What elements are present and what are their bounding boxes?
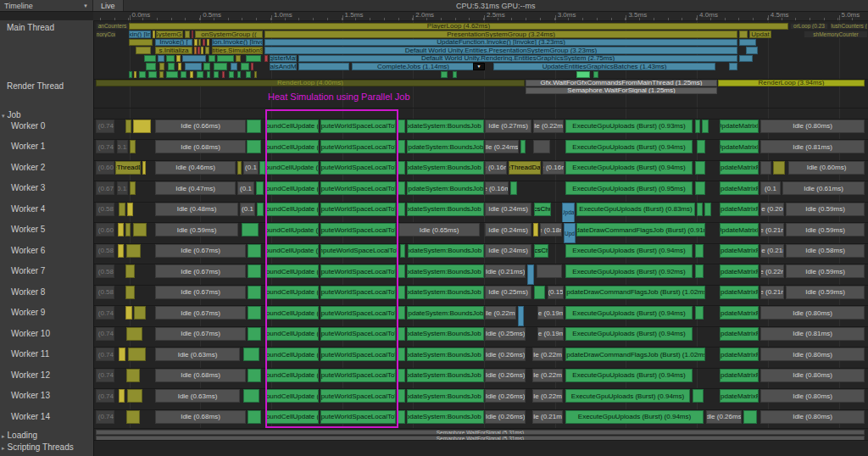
sample-sliver[interactable] xyxy=(248,286,261,299)
sample-bar-[interactable]: ▼ xyxy=(473,63,485,70)
sample-bar-dle-0-20m[interactable]: dle (0.20m xyxy=(760,203,784,216)
sample-sliver[interactable] xyxy=(134,71,136,78)
sample-sliver[interactable] xyxy=(510,181,517,195)
sample-sliver[interactable] xyxy=(139,71,146,78)
foldout-icon[interactable]: ▸ xyxy=(2,433,5,439)
thread-label-worker-13[interactable]: Worker 13 xyxy=(11,391,50,400)
sample-bar-updatesystem-boundsjob-b[interactable]: UpdateSystem:BoundsJob (B xyxy=(407,120,484,133)
sample-bar-dle-0-19ms[interactable]: dle (0.19ms xyxy=(537,306,564,320)
sample-bar-idle-0-48ms[interactable]: Idle (0.48ms) xyxy=(155,203,238,216)
sample-bar-updatematrixpr[interactable]: UpdateMatrixPr xyxy=(720,327,759,341)
sample-sliver[interactable] xyxy=(243,389,259,403)
sample-sliver[interactable] xyxy=(130,181,136,195)
sample-bar-idle-0-58ms[interactable]: Idle (0.58ms) xyxy=(786,244,865,258)
sample-bar-dle-0-21ms[interactable]: dle (0.21ms xyxy=(532,410,563,424)
sample-sliver[interactable] xyxy=(229,71,234,78)
sample-bar-idle-0-68ms[interactable]: Idle (0.68ms) xyxy=(155,410,246,424)
sample-bar-icsch[interactable]: icsCh xyxy=(534,244,548,258)
sample-sliver[interactable] xyxy=(248,306,261,320)
sample-bar-dle-0-22ms[interactable]: dle (0.22ms xyxy=(760,264,784,278)
sample-sliver[interactable] xyxy=(773,161,785,175)
sample-sliver[interactable] xyxy=(237,161,242,175)
sample-sliver[interactable] xyxy=(739,31,748,38)
sample-sliver[interactable] xyxy=(126,369,140,382)
sample-bar-updatesystem-boundsjob[interactable]: UpdateSystem:BoundsJob ( xyxy=(407,181,484,195)
sample-bar-kin-in[interactable]: kin() [In xyxy=(129,31,151,38)
sample-sliver[interactable] xyxy=(693,389,704,403)
sample-sliver[interactable] xyxy=(259,161,265,175)
sample-bar-onsystemgroup[interactable]: onSystemGroup (( xyxy=(195,31,263,38)
sample-bar-executegpuuploads-burst-0-95ms[interactable]: ExecuteGpuUploads (Burst) (0.95ms) xyxy=(565,181,693,195)
time-ruler[interactable]: 0.0ms0.5ms1.0ms1.5ms2.0ms2.5ms3.0ms3.5ms… xyxy=(93,11,868,21)
sample-sliver[interactable] xyxy=(125,306,132,320)
sample-sliver[interactable] xyxy=(695,244,704,258)
sample-sliver[interactable] xyxy=(398,181,405,195)
sample-sliver[interactable] xyxy=(398,286,405,299)
sample-bar-oundcellupdate[interactable]: oundCellUpdate ( xyxy=(266,264,319,278)
sample-bar-updatesystem-boundsjob-b[interactable]: UpdateSystem:BoundsJob (B xyxy=(407,410,484,424)
sample-bar-idle-0-58ms[interactable]: Idle (0.58ms) xyxy=(96,286,114,299)
sample-sliver[interactable] xyxy=(130,140,136,153)
sample-bar-updatedrawcommandflagsjob-burst-1-02ms[interactable]: UpdateDrawCommandFlagsJob (Burst) (1.02m… xyxy=(565,348,705,361)
sample-sliver[interactable] xyxy=(203,39,205,47)
sample-bar-updatematrixpr[interactable]: UpdateMatrixPr xyxy=(720,161,759,175)
sample-bar-updatesystem-boundsjob-b[interactable]: UpdateSystem:BoundsJob (B xyxy=(407,264,484,278)
sample-sliver[interactable] xyxy=(533,223,538,236)
sample-sliver[interactable] xyxy=(119,203,125,216)
sample-bar-omputeworldspacelocaltowo[interactable]: omputeWorldSpaceLocalToWo xyxy=(320,203,396,216)
sample-sliver[interactable] xyxy=(136,47,151,54)
sample-sliver[interactable] xyxy=(743,410,757,424)
sample-sliver[interactable] xyxy=(207,39,209,47)
sample-bar-icschu[interactable]: icsChu xyxy=(534,203,551,216)
sample-bar-e-0-16m[interactable]: e (0.16m xyxy=(485,161,507,175)
sample-sliver[interactable] xyxy=(746,47,758,54)
sample-bar-default-world-unity-rendering-entitiesgraphicssystem-2-75ms[interactable]: Default World Unity.Rendering.EntitiesGr… xyxy=(298,55,737,63)
sample-sliver[interactable] xyxy=(576,71,590,78)
sample-bar-idle-0-74ms[interactable]: Idle (0.74ms) xyxy=(96,140,114,153)
sample-bar-idle-0-67ms[interactable]: Idle (0.67ms) xyxy=(155,286,246,299)
sample-sliver[interactable] xyxy=(298,63,349,70)
sample-bar-idle-0-74ms[interactable]: Idle (0.74ms) xyxy=(96,389,114,403)
sample-bar-updatesystem-boundsjob-b[interactable]: UpdateSystem:BoundsJob (B xyxy=(407,348,484,361)
sample-bar-executegpuuploads-burst-0-94ms[interactable]: ExecuteGpuUploads (Burst) (0.94ms) xyxy=(565,389,690,403)
sample-bar-morycou[interactable]: moryCou xyxy=(96,31,116,38)
sample-bar-idle-0-67ms[interactable]: Idle (0.67ms) xyxy=(155,327,246,341)
sample-sliver[interactable] xyxy=(251,63,253,70)
sample-bar-idle-0-58ms[interactable]: Idle (0.58ms) xyxy=(96,244,114,258)
sample-bar-updatematrixpr[interactable]: UpdateMatrixPr xyxy=(720,348,759,361)
sample-sliver[interactable] xyxy=(243,348,259,361)
sample-bar-idle-0-46ms[interactable]: Idle (0.46ms) xyxy=(155,161,236,175)
sample-bar-renderloop-3-94ms[interactable]: RenderLoop (3.94ms) xyxy=(718,80,865,86)
sample-sliver[interactable] xyxy=(398,161,405,175)
sample-sliver[interactable] xyxy=(246,55,261,63)
sample-bar-idle-0-26ms[interactable]: Idle (0.26ms) xyxy=(706,410,742,424)
sample-sliver[interactable] xyxy=(118,244,124,258)
sample-bar-le-0-18m[interactable]: le (0.18m xyxy=(540,223,562,236)
sample-sliver[interactable] xyxy=(126,244,141,258)
thread-label-worker-3[interactable]: Worker 3 xyxy=(11,183,45,192)
sample-sliver[interactable] xyxy=(217,55,234,63)
sample-sliver[interactable] xyxy=(695,264,704,278)
sample-bar-idle-0-67ms[interactable]: Idle (0.67ms) xyxy=(155,264,246,278)
sample-sliver[interactable] xyxy=(194,47,197,54)
sample-bar-idle-0-81ms[interactable]: Idle (0.81ms) xyxy=(760,327,865,341)
sample-bar-oundcellupdate[interactable]: oundCellUpdate (| xyxy=(266,244,319,258)
sample-sliver[interactable] xyxy=(142,161,146,175)
sample-bar-idle-0-25ms[interactable]: Idle (0.25ms) xyxy=(485,286,531,299)
thread-label-worker-8[interactable]: Worker 8 xyxy=(11,287,45,297)
sample-bar-updatesystem-boundsjob-b[interactable]: UpdateSystem:BoundsJob (B xyxy=(408,244,484,258)
sample-sliver[interactable] xyxy=(398,369,405,382)
sample-sliver[interactable] xyxy=(127,389,142,403)
sample-bar-upd[interactable]: Upd xyxy=(564,223,576,243)
sample-sliver[interactable] xyxy=(119,348,125,361)
timeline-mode-dropdown[interactable]: Timeline ▼ xyxy=(0,0,93,11)
sample-sliver[interactable] xyxy=(534,286,545,299)
sample-bar-idle-0-74ms[interactable]: Idle (0.74ms) xyxy=(96,120,114,133)
sample-sliver[interactable] xyxy=(214,71,219,78)
sample-sliver[interactable] xyxy=(398,120,405,133)
thread-label-scripting-threads[interactable]: ▸Scripting Threads xyxy=(2,442,74,452)
sample-sliver[interactable] xyxy=(537,264,562,278)
sample-sliver[interactable] xyxy=(246,71,251,78)
sample-bar-idle-0-25ms[interactable]: Idle (0.25ms) xyxy=(485,327,526,341)
thread-label-worker-1[interactable]: Worker 1 xyxy=(11,142,45,151)
